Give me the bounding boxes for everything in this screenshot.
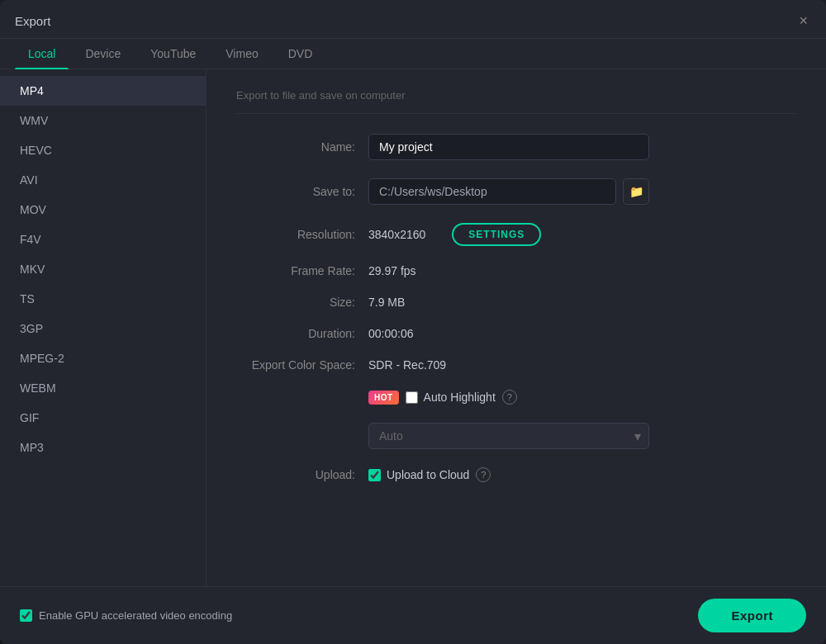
tab-youtube[interactable]: YouTube (137, 39, 209, 69)
upload-to-cloud-label[interactable]: Upload to Cloud (368, 468, 469, 481)
format-wmv[interactable]: WMV (0, 106, 206, 135)
auto-dropdown-row: Auto (368, 423, 796, 449)
format-f4v[interactable]: F4V (0, 225, 206, 254)
format-mov[interactable]: MOV (0, 195, 206, 225)
frame-rate-value: 29.97 fps (368, 264, 796, 277)
gpu-encoding-label[interactable]: Enable GPU accelerated video encoding (20, 609, 232, 622)
tab-dvd[interactable]: DVD (275, 39, 326, 69)
upload-wrapper: Upload to Cloud ? (368, 467, 491, 482)
name-label: Name: (236, 140, 368, 154)
size-row: Size: 7.9 MB (236, 296, 796, 309)
tabs-bar: Local Device YouTube Vimeo DVD (0, 39, 826, 69)
auto-highlight-row: HOT Auto Highlight ? (236, 390, 796, 405)
auto-highlight-info-icon[interactable]: ? (502, 390, 517, 405)
upload-info-icon[interactable]: ? (476, 467, 491, 482)
frame-rate-row: Frame Rate: 29.97 fps (236, 264, 796, 277)
save-to-input[interactable] (368, 178, 616, 205)
auto-highlight-checkbox-label[interactable]: Auto Highlight (406, 391, 496, 404)
hot-badge: HOT (368, 391, 399, 405)
resolution-value: 3840x2160 (368, 228, 425, 241)
resolution-wrapper: 3840x2160 SETTINGS (368, 223, 541, 246)
format-mkv[interactable]: MKV (0, 254, 206, 284)
save-to-label: Save to: (236, 185, 368, 198)
upload-row: Upload: Upload to Cloud ? (236, 467, 796, 482)
format-mp4[interactable]: MP4 (0, 76, 206, 106)
resolution-row: Resolution: 3840x2160 SETTINGS (236, 223, 796, 246)
tab-vimeo[interactable]: Vimeo (212, 39, 271, 69)
duration-label: Duration: (236, 327, 368, 340)
auto-select[interactable]: Auto (368, 423, 649, 449)
color-space-label: Export Color Space: (236, 358, 368, 372)
duration-row: Duration: 00:00:06 (236, 327, 796, 340)
upload-to-cloud-text: Upload to Cloud (387, 468, 469, 481)
export-dialog: Export × Local Device YouTube Vimeo DVD … (0, 0, 826, 644)
format-3gp[interactable]: 3GP (0, 314, 206, 343)
main-content: Export to file and save on computer Name… (206, 69, 826, 586)
format-webm[interactable]: WEBM (0, 373, 206, 403)
auto-highlight-wrapper: HOT Auto Highlight ? (368, 390, 517, 405)
folder-browse-button[interactable]: 📁 (623, 178, 649, 205)
format-hevc[interactable]: HEVC (0, 135, 206, 165)
tab-local[interactable]: Local (15, 39, 69, 69)
frame-rate-label: Frame Rate: (236, 264, 368, 277)
section-description: Export to file and save on computer (236, 89, 796, 114)
format-avi[interactable]: AVI (0, 165, 206, 195)
save-to-wrapper: 📁 (368, 178, 649, 205)
gpu-encoding-text: Enable GPU accelerated video encoding (39, 609, 232, 622)
dialog-body: MP4 WMV HEVC AVI MOV F4V MKV TS 3GP MPEG… (0, 69, 826, 586)
name-input[interactable] (368, 134, 649, 160)
save-to-row: Save to: 📁 (236, 178, 796, 205)
resolution-label: Resolution: (236, 228, 368, 241)
upload-to-cloud-checkbox[interactable] (368, 469, 381, 481)
size-label: Size: (236, 296, 368, 309)
export-button[interactable]: Export (698, 599, 806, 632)
format-mp3[interactable]: MP3 (0, 433, 206, 462)
folder-icon: 📁 (629, 185, 643, 198)
color-space-value: SDR - Rec.709 (368, 358, 796, 372)
auto-highlight-checkbox[interactable] (406, 391, 418, 404)
color-space-row: Export Color Space: SDR - Rec.709 (236, 358, 796, 372)
auto-select-wrapper: Auto (368, 423, 649, 449)
size-value: 7.9 MB (368, 296, 796, 309)
title-bar: Export × (0, 0, 826, 39)
auto-highlight-text: Auto Highlight (424, 391, 496, 404)
format-ts[interactable]: TS (0, 284, 206, 314)
dialog-title: Export (15, 14, 50, 28)
format-gif[interactable]: GIF (0, 403, 206, 433)
format-mpeg2[interactable]: MPEG-2 (0, 343, 206, 373)
format-sidebar: MP4 WMV HEVC AVI MOV F4V MKV TS 3GP MPEG… (0, 69, 206, 586)
settings-button[interactable]: SETTINGS (452, 223, 541, 246)
close-button[interactable]: × (795, 12, 811, 30)
upload-label: Upload: (236, 468, 368, 481)
gpu-encoding-checkbox[interactable] (20, 609, 32, 622)
duration-value: 00:00:06 (368, 327, 796, 340)
footer: Enable GPU accelerated video encoding Ex… (0, 586, 826, 644)
name-row: Name: (236, 134, 796, 160)
tab-device[interactable]: Device (72, 39, 134, 69)
